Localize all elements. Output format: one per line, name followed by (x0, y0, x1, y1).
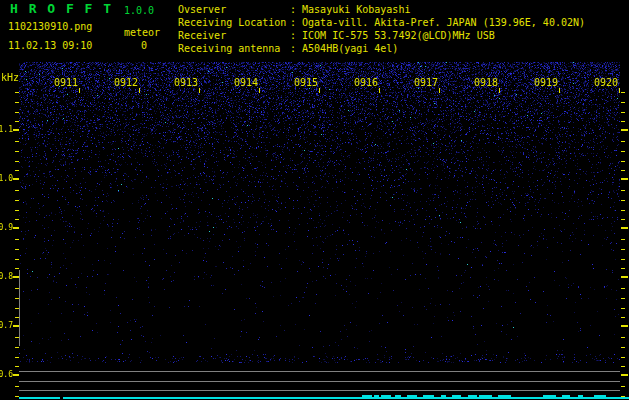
freq-minor-tick-right (621, 210, 625, 211)
freq-minor-tick-right (621, 102, 625, 103)
info-value: ICOM IC-575 53.7492(@LCD)MHz USB (302, 30, 495, 41)
freq-minor-tick-left (15, 92, 19, 93)
time-tick (319, 88, 320, 93)
level-trace-dash (479, 395, 492, 397)
info-value: A504HB(yagi 4el) (302, 43, 398, 54)
time-tick-label: 0915 (294, 78, 318, 88)
freq-minor-tick-right (621, 141, 625, 142)
freq-minor-tick-left (15, 170, 19, 171)
level-trace-line (63, 397, 629, 399)
freq-major-tick-right (621, 129, 628, 131)
freq-minor-tick-left (15, 102, 19, 103)
freq-minor-tick-left (15, 268, 19, 269)
app-title: H R O F F T (10, 3, 113, 14)
freq-minor-tick-left (15, 161, 19, 162)
freq-minor-tick-left (15, 366, 19, 367)
time-tick-label: 0911 (54, 78, 78, 88)
freq-major-tick-left (13, 178, 19, 180)
freq-minor-tick-right (621, 268, 625, 269)
freq-minor-tick-right (621, 239, 625, 240)
freq-major-tick-right (621, 374, 628, 376)
info-value: Masayuki Kobayashi (302, 4, 410, 15)
freq-minor-tick-right (621, 121, 625, 122)
info-value: Ogata-vill. Akita-Pref. JAPAN (139.96E, … (302, 17, 585, 28)
freq-minor-tick-right (621, 317, 625, 318)
time-tick-label: 0914 (234, 78, 258, 88)
time-tick-label: 0912 (114, 78, 138, 88)
info-separator: : (290, 4, 302, 15)
observer-info-table: Ovserver: Masayuki KobayashiReceiving Lo… (178, 3, 585, 55)
freq-minor-tick-right (621, 219, 625, 220)
level-trace-dash (468, 395, 477, 397)
level-trace-dash (407, 395, 417, 397)
level-gridline (19, 390, 620, 391)
freq-minor-tick-right (621, 190, 625, 191)
mode-label: meteor (124, 27, 160, 38)
time-tick-label: 0919 (534, 78, 558, 88)
level-trace-dash (594, 395, 606, 397)
freq-major-tick-left (13, 227, 19, 229)
time-tick (79, 88, 80, 93)
info-separator: : (290, 30, 302, 41)
freq-minor-tick-left (15, 200, 19, 201)
time-tick (619, 88, 620, 93)
info-label: Ovserver (178, 3, 290, 16)
freq-minor-tick-left (15, 112, 19, 113)
freq-minor-tick-left (15, 210, 19, 211)
freq-minor-tick-right (621, 92, 625, 93)
level-trace-dash (362, 395, 372, 397)
meteor-count: 0 (141, 40, 147, 51)
level-gridline (19, 371, 620, 372)
freq-minor-tick-left (15, 190, 19, 191)
level-trace-dash (562, 395, 570, 397)
info-separator: : (290, 17, 302, 28)
freq-minor-tick-right (621, 298, 625, 299)
level-trace-line (19, 397, 60, 399)
freq-minor-tick-right (621, 249, 625, 250)
level-gridline (19, 381, 620, 382)
freq-minor-tick-left (15, 151, 19, 152)
level-trace-dash (374, 395, 379, 397)
freq-minor-tick-right (621, 288, 625, 289)
freq-minor-tick-left (15, 357, 19, 358)
info-row: Receiver: ICOM IC-575 53.7492(@LCD)MHz U… (178, 29, 585, 42)
spectrogram-canvas (19, 62, 620, 363)
freq-minor-tick-left (15, 239, 19, 240)
freq-major-tick-left (13, 129, 19, 131)
freq-tick-label: 1.0 (0, 174, 13, 184)
level-trace-dash (498, 395, 511, 397)
freq-minor-tick-left (15, 249, 19, 250)
freq-minor-tick-right (621, 112, 625, 113)
info-separator: : (290, 43, 302, 54)
freq-tick-label: 0.8 (0, 272, 13, 282)
freq-minor-tick-right (621, 337, 625, 338)
freq-major-tick-left (13, 374, 19, 376)
level-trace-dash (441, 395, 446, 397)
freq-minor-tick-left (15, 219, 19, 220)
freq-minor-tick-left (15, 347, 19, 348)
freq-minor-tick-right (621, 357, 625, 358)
freq-minor-tick-left (15, 259, 19, 260)
freq-major-tick-right (621, 227, 628, 229)
time-tick (139, 88, 140, 93)
info-row: Ovserver: Masayuki Kobayashi (178, 3, 585, 16)
freq-minor-tick-right (621, 161, 625, 162)
level-trace-dash (423, 395, 434, 397)
time-tick (259, 88, 260, 93)
info-label: Receiving Location (178, 16, 290, 29)
time-tick-label: 0920 (594, 78, 618, 88)
freq-minor-tick-right (621, 366, 625, 367)
time-tick (499, 88, 500, 93)
level-trace-dash (543, 395, 556, 397)
level-axis-line (19, 270, 20, 346)
freq-tick-label: 0.6 (0, 370, 13, 380)
time-tick-label: 0918 (474, 78, 498, 88)
freq-minor-tick-right (621, 347, 625, 348)
time-tick (439, 88, 440, 93)
freq-tick-label: 0.7 (0, 321, 13, 331)
freq-major-tick-right (621, 325, 628, 327)
freq-minor-tick-right (621, 200, 625, 201)
hrofft-window: H R O F F T 1.0.0 1102130910.png meteor … (0, 0, 629, 400)
time-tick (379, 88, 380, 93)
level-trace-dash (395, 395, 401, 397)
